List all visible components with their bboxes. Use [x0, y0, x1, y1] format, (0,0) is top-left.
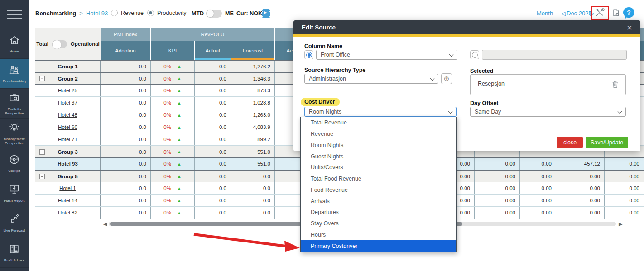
column-header-adoption[interactable]: Adoption	[101, 41, 151, 60]
table-cell: 0.0	[101, 171, 151, 182]
collapse-icon[interactable]: −	[39, 149, 45, 155]
sidebar-item-home[interactable]: Home	[0, 29, 29, 58]
row-label-cell[interactable]: Hotel 25	[35, 85, 101, 96]
sidebar-item-profit-loss[interactable]: Profit & Loss	[0, 238, 29, 267]
kpi-value: 0%	[163, 174, 171, 179]
dropdown-option[interactable]: Revenue	[301, 128, 456, 140]
collapse-icon[interactable]: −	[39, 76, 45, 81]
secondary-column-input[interactable]	[482, 50, 627, 60]
row-label-cell[interactable]: Hotel 14	[35, 195, 101, 206]
help-icon[interactable]: ?	[623, 7, 634, 18]
row-label-cell[interactable]: −Group 3	[35, 146, 101, 157]
dropdown-option[interactable]: Units/Covers	[301, 162, 456, 173]
film-strip-icon[interactable]	[262, 9, 270, 18]
kpi-value: 0%	[163, 76, 171, 81]
source-hierarchy-select[interactable]: Administrasjon	[304, 74, 438, 84]
prev-period-icon[interactable]: ◁	[561, 10, 566, 17]
total-operational-toggle[interactable]	[52, 40, 67, 48]
table-cell: 873.3	[231, 85, 275, 96]
management-perspective-icon	[8, 122, 20, 136]
cost-driver-label: Cost Driver	[304, 99, 340, 105]
selected-box: Resepsjon	[470, 74, 626, 95]
sidebar-item-partial[interactable]	[0, 267, 29, 271]
day-offset-select[interactable]: Same Day	[470, 107, 626, 117]
hotel-link[interactable]: Hotel 14	[58, 198, 77, 203]
scroll-left-icon[interactable]: ◀	[103, 221, 107, 227]
sidebar-item-flash-report[interactable]: Flash Report	[0, 178, 29, 208]
row-label-cell[interactable]: Hotel 93	[35, 158, 101, 170]
row-label-cell[interactable]: Hotel 60	[35, 121, 101, 133]
column-header-forecast[interactable]: Forecast	[231, 41, 275, 60]
row-label-cell[interactable]: Hotel 71	[35, 133, 101, 145]
row-label-cell[interactable]: Hotel 37	[35, 97, 101, 109]
scroll-right-icon[interactable]: ▶	[619, 221, 622, 227]
row-label-cell[interactable]: Hotel 1	[35, 182, 101, 194]
row-label-cell[interactable]: −Group 5	[35, 171, 101, 182]
row-label-cell[interactable]: Hotel 82	[35, 207, 101, 219]
save-update-button[interactable]: Save/Update	[586, 137, 628, 148]
report-settings-icon[interactable]	[611, 7, 621, 20]
collapse-icon[interactable]: −	[39, 174, 45, 179]
sidebar-item-portfolio-perspective[interactable]: Portfolio Perspective	[0, 88, 29, 118]
close-button[interactable]: close	[557, 137, 583, 148]
dropdown-option[interactable]: Guest Nights	[301, 151, 456, 162]
hotel-link[interactable]: Hotel 48	[58, 112, 77, 118]
kpi-value: 0%	[163, 198, 171, 203]
column-header-actual[interactable]: Actual	[195, 41, 231, 60]
selected-label: Selected	[470, 68, 493, 74]
dropdown-option[interactable]: Total Food Revenue	[301, 173, 456, 185]
dropdown-option[interactable]: Departures	[301, 207, 456, 218]
row-label-cell[interactable]: Hotel 48	[35, 109, 101, 121]
trash-icon[interactable]	[611, 80, 619, 90]
dropdown-option[interactable]: Stay Overs	[301, 218, 456, 229]
breadcrumb-page[interactable]: Hotel 93	[86, 10, 108, 17]
row-label-cell[interactable]: Group 1	[35, 61, 101, 72]
hamburger-menu-icon[interactable]	[0, 0, 29, 29]
mtd-me-toggle[interactable]	[206, 10, 222, 18]
sidebar-item-benchmarking[interactable]: Benchmarking	[0, 58, 29, 88]
dropdown-option[interactable]: Arrivals	[301, 195, 456, 207]
radio-productivity-label: Productivity	[157, 10, 187, 16]
breadcrumb-section[interactable]: Benchmarking	[35, 10, 76, 17]
table-cell: 0.00	[475, 182, 520, 194]
hotel-link[interactable]: Hotel 1	[59, 185, 76, 191]
dropdown-option[interactable]: Food Revenue	[301, 185, 456, 196]
close-icon[interactable]: ×	[627, 23, 632, 32]
hotel-link[interactable]: Hotel 60	[58, 124, 77, 130]
hotel-link[interactable]: Hotel 82	[58, 210, 77, 215]
table-cell: 0%▲	[151, 207, 195, 219]
group-label: Group 5	[58, 174, 77, 179]
add-hierarchy-button[interactable]: ⊕	[441, 73, 452, 84]
row-label-cell[interactable]: −Group 2	[35, 73, 101, 84]
radio-revenue[interactable]: Revenue	[111, 10, 144, 16]
column-header-label: Adoption	[115, 48, 135, 53]
sidebar-item-cockpit[interactable]: Cockpit	[0, 148, 29, 178]
tools-icon[interactable]	[594, 7, 606, 19]
secondary-column-radio[interactable]	[470, 50, 479, 59]
dropdown-option[interactable]: Room Nights	[301, 140, 456, 151]
column-header-kpi[interactable]: KPI	[151, 41, 195, 60]
radio-revenue-circle-icon[interactable]	[111, 10, 118, 16]
table-cell: 0%▲	[151, 171, 195, 182]
table-cell: 0.0	[101, 182, 151, 194]
sidebar-item-live-forecast[interactable]: Live Forecast	[0, 208, 29, 238]
sidebar-item-management-perspective[interactable]: Management Perspective	[0, 118, 29, 148]
kpi-up-arrow-icon: ▲	[177, 186, 182, 191]
hotel-link[interactable]: Hotel 93	[58, 161, 78, 166]
hotel-link[interactable]: Hotel 25	[58, 88, 77, 93]
kpi-up-arrow-icon: ▲	[177, 125, 182, 130]
column-name-radio[interactable]	[304, 50, 313, 59]
dropdown-option[interactable]: Total Revenue	[301, 117, 456, 128]
period-granularity[interactable]: Month	[537, 10, 553, 17]
hotel-link[interactable]: Hotel 37	[58, 100, 77, 105]
table-cell: 0.0	[195, 171, 231, 182]
hotel-link[interactable]: Hotel 71	[58, 137, 77, 142]
radio-productivity-circle-icon[interactable]	[147, 10, 154, 16]
dropdown-option[interactable]: Primary Costdriver	[301, 240, 456, 252]
app-window: HomeBenchmarkingPortfolio PerspectiveMan…	[0, 0, 644, 271]
table-cell: 0.0	[195, 97, 231, 109]
column-name-select[interactable]: Front Office	[316, 50, 457, 60]
cost-driver-select[interactable]: Room Nights	[304, 107, 457, 117]
dropdown-option[interactable]: Hours	[301, 229, 456, 241]
radio-productivity[interactable]: Productivity	[147, 10, 187, 16]
